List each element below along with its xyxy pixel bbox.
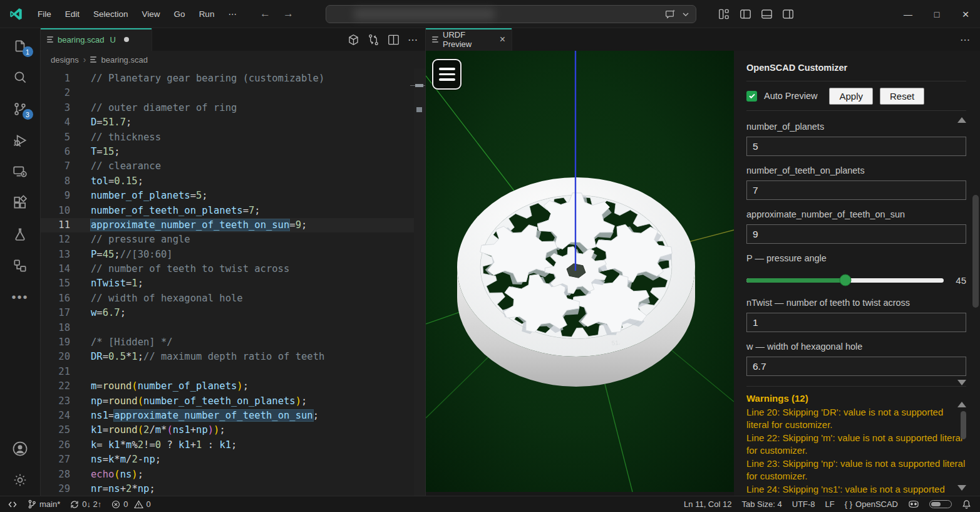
code-line[interactable]: 18: [41, 321, 414, 335]
modified-dot-icon[interactable]: [124, 37, 129, 42]
code-line[interactable]: 28echo(ns);: [41, 468, 414, 482]
chevron-down-icon[interactable]: [682, 11, 689, 18]
line-number[interactable]: 27: [41, 452, 70, 467]
menu-edit[interactable]: Edit: [58, 6, 86, 23]
field-input-w[interactable]: [746, 357, 966, 376]
code-line[interactable]: 2: [41, 86, 414, 100]
scroll-down-icon[interactable]: [957, 380, 966, 385]
tab-close-icon[interactable]: ×: [500, 34, 505, 45]
remote-indicator[interactable]: [8, 500, 18, 509]
line-number[interactable]: 18: [41, 321, 70, 335]
preview-more-icon[interactable]: ⋯: [960, 34, 970, 46]
code-line[interactable]: 9number_of_planets=5;: [41, 189, 414, 203]
viewport-menu-button[interactable]: [432, 59, 462, 90]
search-icon[interactable]: [0, 62, 41, 93]
field-input-number_of_planets[interactable]: [746, 137, 966, 156]
more-views-icon[interactable]: •••: [0, 281, 41, 313]
code-line[interactable]: 5// thickness: [41, 130, 414, 145]
tab-bearing-scad[interactable]: bearing.scad U: [41, 28, 152, 51]
copilot-chat-icon[interactable]: [665, 9, 676, 19]
code-line[interactable]: 7// clearance: [41, 159, 414, 174]
code-line[interactable]: 16// width of hexagonal hole: [41, 291, 414, 306]
line-number[interactable]: 24: [41, 409, 70, 423]
warnings-scrollbar-thumb[interactable]: [961, 411, 966, 439]
line-number[interactable]: 9: [41, 189, 70, 203]
code-line[interactable]: 1// Planetary gear bearing (customizable…: [41, 71, 414, 86]
code-line[interactable]: 19/* [Hidden] */: [41, 335, 414, 350]
split-editor-icon[interactable]: [388, 34, 400, 46]
eol-sequence[interactable]: LF: [825, 499, 835, 509]
line-number[interactable]: 26: [41, 438, 70, 452]
menu-file[interactable]: File: [31, 6, 58, 23]
code-line[interactable]: 10number_of_teeth_on_planets=7;: [41, 204, 414, 218]
line-number[interactable]: 22: [41, 379, 70, 394]
line-number[interactable]: 1: [41, 71, 70, 86]
indentation[interactable]: Tab Size: 4: [741, 499, 781, 509]
line-number[interactable]: 25: [41, 423, 70, 437]
testing-icon[interactable]: [0, 219, 41, 250]
copilot-quota-meter[interactable]: [929, 500, 952, 508]
code-line[interactable]: 22m=round(number_of_planets);: [41, 379, 414, 394]
run-debug-icon[interactable]: [0, 125, 41, 156]
menu-view[interactable]: View: [135, 6, 167, 23]
slider-thumb[interactable]: [839, 274, 851, 286]
line-number[interactable]: 3: [41, 101, 70, 115]
code-line[interactable]: 25k1=round(2/m*(ns1+np));: [41, 423, 414, 437]
line-number[interactable]: 13: [41, 248, 70, 262]
problems-status[interactable]: 0 0: [111, 499, 150, 509]
remote-explorer-icon[interactable]: [0, 156, 41, 187]
extensions-icon[interactable]: [0, 187, 41, 219]
panel-scrollbar-thumb[interactable]: [972, 195, 979, 308]
line-number[interactable]: 8: [41, 174, 70, 189]
warnings-scroll-up-icon[interactable]: [957, 402, 966, 407]
notifications-bell-icon[interactable]: [962, 499, 971, 509]
account-icon[interactable]: [0, 433, 41, 464]
code-line[interactable]: 6T=15;: [41, 145, 414, 159]
line-number[interactable]: 5: [41, 130, 70, 145]
command-center-search[interactable]: [326, 5, 696, 23]
minimize-button[interactable]: —: [894, 0, 922, 28]
line-number[interactable]: 7: [41, 159, 70, 174]
open-changes-icon[interactable]: [368, 34, 379, 46]
code-line[interactable]: 17w=6.7;: [41, 306, 414, 320]
hierarchy-icon[interactable]: [0, 250, 41, 281]
line-number[interactable]: 19: [41, 335, 70, 350]
code-line[interactable]: 14// number of teeth to twist across: [41, 262, 414, 276]
menu-selection[interactable]: Selection: [86, 6, 135, 23]
line-number[interactable]: 10: [41, 204, 70, 218]
code-line[interactable]: 4D=51.7;: [41, 115, 414, 130]
toggle-secondary-sidebar-icon[interactable]: [782, 8, 794, 20]
slider-track[interactable]: [746, 278, 944, 283]
line-number[interactable]: 2: [41, 86, 70, 100]
code-editor[interactable]: 1// Planetary gear bearing (customizable…: [41, 68, 425, 496]
field-input-nTwist[interactable]: [746, 313, 966, 332]
git-branch-status[interactable]: main*: [28, 499, 60, 509]
code-line[interactable]: 11approximate_number_of_teeth_on_sun=9;: [41, 218, 414, 232]
line-number[interactable]: 28: [41, 468, 70, 482]
line-number[interactable]: 17: [41, 306, 70, 320]
menu-run[interactable]: Run: [192, 6, 222, 23]
breadcrumb-file[interactable]: bearing.scad: [101, 55, 147, 65]
line-number[interactable]: 23: [41, 394, 70, 409]
tab-urdf-preview[interactable]: URDF Preview ×: [426, 28, 512, 51]
explorer-icon[interactable]: 1: [0, 31, 41, 62]
overview-ruler[interactable]: [414, 68, 425, 496]
line-number[interactable]: 29: [41, 482, 70, 496]
nav-back-icon[interactable]: ←: [260, 8, 271, 20]
code-line[interactable]: 27ns=k*m/2-np;: [41, 452, 414, 467]
code-line[interactable]: 20DR=0.5*1;// maximum depth ratio of tee…: [41, 350, 414, 364]
code-line[interactable]: 13P=45;//[30:60]: [41, 248, 414, 262]
sync-status[interactable]: 0↓ 2↑: [70, 499, 101, 509]
field-input-number_of_teeth_on_planets[interactable]: [746, 180, 966, 200]
code-line[interactable]: 12// pressure angle: [41, 232, 414, 247]
breadcrumb-folder[interactable]: designs: [51, 55, 79, 65]
line-number[interactable]: 20: [41, 350, 70, 364]
line-number[interactable]: 21: [41, 365, 70, 379]
cursor-position[interactable]: Ln 11, Col 12: [684, 499, 731, 509]
line-number[interactable]: 6: [41, 145, 70, 159]
reset-button[interactable]: Reset: [880, 88, 924, 105]
code-line[interactable]: 3// outer diameter of ring: [41, 101, 414, 115]
toggle-sidebar-icon[interactable]: [740, 8, 751, 20]
apply-button[interactable]: Apply: [829, 88, 873, 105]
toggle-panel-icon[interactable]: [761, 8, 773, 20]
